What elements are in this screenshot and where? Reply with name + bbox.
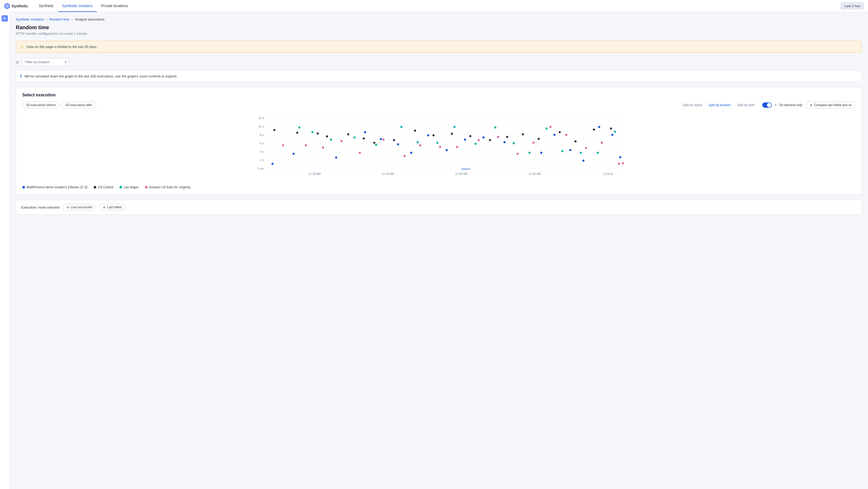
compare-button[interactable]: ⊘ Compare last failed and su	[806, 102, 855, 109]
legend-label-las-vegas: Las Vegas	[124, 185, 138, 189]
breadcrumb-synthetic-monitors[interactable]: Synthetic monitors	[16, 18, 44, 21]
last-successful-icon: ⊘	[66, 206, 69, 209]
breadcrumb-sep-2: ›	[72, 18, 73, 21]
legend-dot-black	[94, 186, 96, 189]
svg-point-57	[273, 129, 275, 131]
svg-point-44	[410, 152, 412, 154]
chart-legend: MultiProtocol demo location1 [Ubuntu 22 …	[22, 185, 855, 189]
legend-item-us-central: US Central	[94, 185, 113, 189]
chart-title: Select execution	[22, 93, 855, 97]
scatter-chart-wrap: .grid-line { stroke: #e8eaf0; stroke-wid…	[22, 114, 855, 182]
chart-controls: 50 executions before 50 executions after…	[22, 102, 855, 109]
svg-point-59	[317, 133, 319, 135]
on-demand-toggle[interactable]	[762, 103, 772, 108]
svg-point-100	[382, 139, 384, 141]
nav-brand: Synthetic	[4, 3, 28, 9]
svg-text:2 s: 2 s	[260, 159, 264, 162]
svg-text:8 s: 8 s	[260, 133, 264, 136]
legend-label-multiprotocol: MultiProtocol demo location1 [Ubuntu 22 …	[27, 185, 87, 189]
breadcrumb-random-time[interactable]: Random time	[49, 18, 69, 21]
legend-dot-blue	[22, 186, 25, 189]
svg-point-50	[540, 152, 542, 154]
toggle-group: ✕ On demand only	[762, 103, 802, 108]
split-by-both[interactable]: Split by both	[734, 102, 757, 108]
filter-icon: ⊘	[16, 60, 19, 64]
legend-item-las-vegas: Las Vegas	[119, 185, 138, 189]
svg-point-92	[580, 152, 582, 154]
svg-point-76	[610, 127, 612, 130]
btn-last-failed[interactable]: ⊘ Last failed	[99, 204, 125, 211]
top-nav: Synthetic Synthetic Synthetic monitors P…	[0, 0, 868, 12]
breadcrumb-current: Analyze executions	[75, 18, 104, 21]
info-banner: ℹ We've narrowed down the graph to the l…	[16, 70, 862, 82]
tab-synthetic-monitors[interactable]: Synthetic monitors	[58, 0, 97, 12]
svg-point-62	[363, 138, 365, 140]
split-by-location[interactable]: Split by location	[706, 102, 733, 108]
svg-text:11:40 AM: 11:40 AM	[455, 172, 467, 175]
svg-text:11:35 AM: 11:35 AM	[382, 172, 394, 175]
toggle-label: On demand only	[779, 103, 802, 107]
btn-executions-after[interactable]: 50 executions after	[62, 102, 96, 109]
svg-point-108	[532, 142, 534, 144]
svg-point-99	[359, 152, 361, 154]
tab-private-locations[interactable]: Private locations	[97, 0, 132, 12]
svg-point-1	[7, 5, 8, 7]
location-filter[interactable]: Filter by location	[22, 58, 69, 66]
svg-point-67	[451, 133, 453, 135]
svg-point-114	[622, 162, 624, 164]
svg-point-93	[597, 152, 599, 154]
svg-point-88	[513, 142, 515, 144]
svg-point-104	[456, 146, 458, 148]
svg-point-80	[353, 136, 355, 139]
svg-point-51	[553, 134, 556, 136]
svg-point-113	[618, 163, 620, 165]
svg-text:11:45 AM: 11:45 AM	[529, 172, 541, 175]
svg-point-66	[432, 134, 435, 136]
legend-dot-pink	[145, 186, 148, 189]
svg-point-54	[598, 126, 600, 128]
svg-point-75	[593, 128, 595, 131]
last-successful-label: Last successful	[70, 205, 92, 209]
svg-point-63	[373, 142, 375, 144]
last-failed-icon: ⊘	[103, 206, 105, 209]
svg-point-87	[494, 126, 496, 128]
page-title: Random time	[16, 25, 862, 31]
svg-point-39	[292, 153, 294, 155]
legend-item-multiprotocol: MultiProtocol demo location1 [Ubuntu 22 …	[22, 185, 87, 189]
filter-select-wrap: Filter by location	[22, 58, 69, 66]
nav-right: Last 2 hou	[841, 2, 864, 9]
scatter-chart[interactable]: .grid-line { stroke: #e8eaf0; stroke-wid…	[22, 114, 855, 182]
svg-text:11:30 AM: 11:30 AM	[309, 172, 321, 175]
svg-point-103	[439, 146, 441, 148]
btn-executions-before[interactable]: 50 executions before	[22, 102, 59, 109]
svg-point-72	[538, 138, 540, 140]
svg-point-95	[282, 144, 284, 146]
svg-point-58	[296, 132, 298, 134]
svg-point-89	[528, 152, 530, 154]
breadcrumb-sep-1: ›	[46, 18, 47, 21]
svg-point-77	[298, 126, 300, 128]
info-message: We've narrowed down the graph to the las…	[25, 74, 178, 78]
svg-point-71	[522, 133, 524, 135]
compare-label: Compare last failed and su	[814, 103, 852, 107]
svg-point-81	[375, 144, 377, 146]
svg-text:10 s: 10 s	[258, 125, 264, 128]
btn-last-successful[interactable]: ⊘ Last successful	[63, 204, 96, 211]
svg-point-110	[565, 134, 567, 136]
svg-point-112	[601, 142, 603, 144]
alert-message: Data on this page is limited to the last…	[27, 45, 97, 49]
bottom-bar: Execution: none selected ⊘ Last successf…	[16, 200, 862, 214]
svg-point-105	[478, 139, 480, 141]
split-by-status[interactable]: Split by status	[680, 102, 705, 108]
tab-synthetic[interactable]: Synthetic	[34, 0, 58, 12]
svg-point-79	[330, 139, 332, 141]
svg-point-38	[272, 163, 274, 165]
time-range-button[interactable]: Last 2 hou	[841, 2, 864, 9]
svg-point-60	[326, 135, 328, 138]
brand-icon	[4, 3, 10, 9]
svg-text:11:50 A: 11:50 A	[603, 172, 613, 175]
svg-text:4 s: 4 s	[260, 150, 264, 153]
svg-point-47	[464, 139, 466, 141]
chart-section: Select execution 50 executions before 50…	[16, 87, 862, 195]
svg-point-96	[305, 144, 307, 146]
